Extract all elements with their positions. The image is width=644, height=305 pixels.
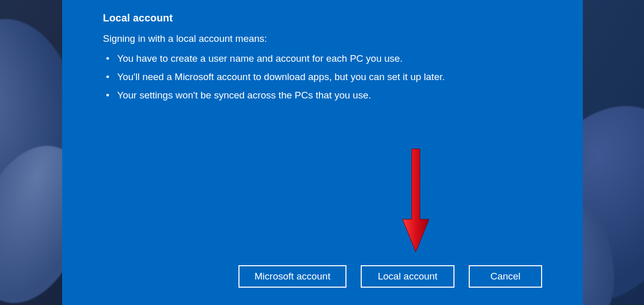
bullet-item: You have to create a user name and accou… [106, 49, 542, 68]
cancel-button[interactable]: Cancel [469, 265, 542, 288]
microsoft-account-button[interactable]: Microsoft account [238, 265, 346, 288]
bullet-item: Your settings won't be synced across the… [106, 86, 542, 105]
dialog-bullet-list: You have to create a user name and accou… [103, 49, 542, 105]
bullet-item: You'll need a Microsoft account to downl… [106, 68, 542, 86]
dialog-title: Local account [103, 12, 542, 24]
dialog-button-row: Microsoft account Local account Cancel [103, 265, 542, 291]
account-type-dialog: Local account Signing in with a local ac… [62, 0, 583, 305]
dialog-intro-text: Signing in with a local account means: [103, 33, 542, 44]
local-account-button[interactable]: Local account [361, 265, 454, 288]
